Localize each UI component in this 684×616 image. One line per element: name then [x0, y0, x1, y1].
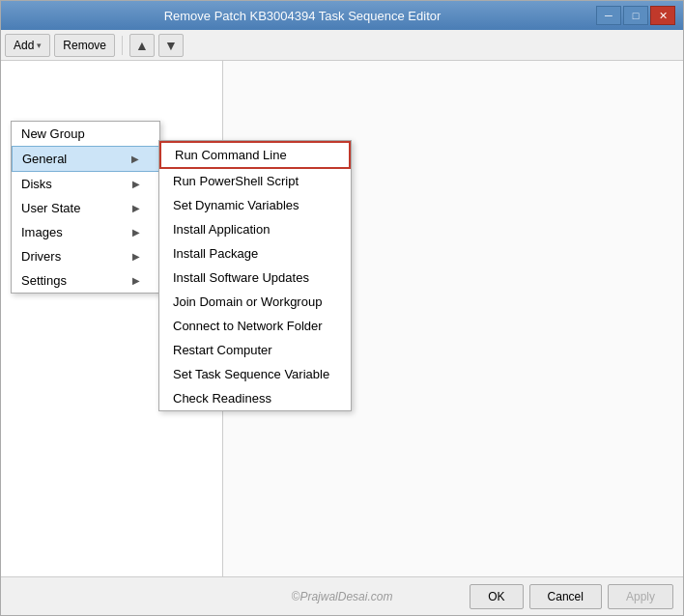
submenu-item-join-domain[interactable]: Join Domain or Workgroup — [159, 290, 351, 314]
move-down-icon: ▼ — [164, 38, 178, 53]
menu-item-new-group[interactable]: New Group — [12, 122, 159, 146]
submenu-item-install-software-updates[interactable]: Install Software Updates — [159, 266, 351, 290]
main-window: Remove Patch KB3004394 Task Sequence Edi… — [0, 0, 684, 616]
general-submenu: Run Command Line Run PowerShell Script S… — [158, 140, 352, 411]
remove-button[interactable]: Remove — [54, 34, 115, 57]
minimize-button[interactable]: ─ — [596, 6, 621, 25]
add-dropdown-arrow: ▾ — [37, 41, 42, 50]
disks-arrow-icon: ▶ — [132, 179, 140, 189]
menu-item-general[interactable]: General ▶ — [12, 146, 159, 172]
general-arrow-icon: ▶ — [131, 154, 139, 164]
drivers-arrow-icon: ▶ — [132, 251, 140, 262]
remove-label: Remove — [63, 39, 106, 52]
cancel-button[interactable]: Cancel — [529, 584, 602, 609]
watermark: ©PrajwalDesai.com — [292, 590, 393, 603]
move-down-button[interactable]: ▼ — [158, 34, 184, 57]
submenu-item-connect-network-folder[interactable]: Connect to Network Folder — [159, 314, 351, 338]
submenu-item-install-application[interactable]: Install Application — [159, 217, 351, 241]
add-dropdown-menu: New Group General ▶ Disks ▶ User State ▶… — [11, 121, 160, 294]
move-up-button[interactable]: ▲ — [129, 34, 155, 57]
menu-item-disks[interactable]: Disks ▶ — [12, 172, 159, 196]
title-bar: Remove Patch KB3004394 Task Sequence Edi… — [1, 1, 683, 30]
maximize-button[interactable]: □ — [623, 6, 648, 25]
submenu-item-run-powershell[interactable]: Run PowerShell Script — [159, 169, 351, 193]
add-label: Add — [14, 39, 34, 52]
menu-item-settings[interactable]: Settings ▶ — [12, 268, 159, 293]
submenu-item-check-readiness[interactable]: Check Readiness — [159, 386, 351, 410]
menu-item-drivers[interactable]: Drivers ▶ — [12, 244, 159, 268]
window-controls: ─ □ ✕ — [596, 6, 675, 25]
submenu-item-set-dynamic-variables[interactable]: Set Dynamic Variables — [159, 193, 351, 217]
window-title: Remove Patch KB3004394 Task Sequence Edi… — [9, 9, 596, 23]
toolbar: Add ▾ Remove ▲ ▼ — [1, 30, 683, 61]
ok-button[interactable]: OK — [470, 584, 523, 609]
toolbar-separator — [122, 36, 123, 55]
menu-item-user-state[interactable]: User State ▶ — [12, 196, 159, 220]
apply-button[interactable]: Apply — [608, 584, 673, 609]
move-up-icon: ▲ — [135, 38, 149, 53]
bottom-bar-buttons: OK Cancel Apply — [470, 584, 683, 609]
menu-item-images[interactable]: Images ▶ — [12, 220, 159, 244]
user-state-arrow-icon: ▶ — [132, 203, 140, 213]
add-button[interactable]: Add ▾ — [5, 34, 50, 57]
close-button[interactable]: ✕ — [650, 6, 675, 25]
bottom-bar: ©PrajwalDesai.com OK Cancel Apply — [1, 576, 683, 615]
content-area: New Group General ▶ Disks ▶ User State ▶… — [1, 61, 683, 576]
submenu-item-restart-computer[interactable]: Restart Computer — [159, 338, 351, 362]
images-arrow-icon: ▶ — [132, 227, 140, 238]
submenu-item-install-package[interactable]: Install Package — [159, 241, 351, 266]
submenu-item-set-task-sequence-variable[interactable]: Set Task Sequence Variable — [159, 362, 351, 386]
settings-arrow-icon: ▶ — [132, 275, 140, 286]
submenu-item-run-command-line[interactable]: Run Command Line — [159, 141, 351, 169]
